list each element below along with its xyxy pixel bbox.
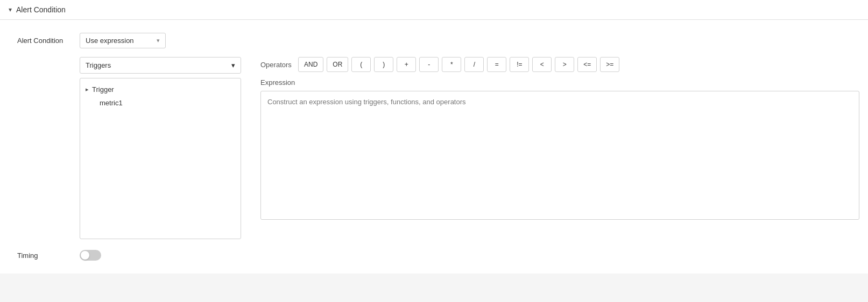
operators-row: Operators AND OR ( ) + - * / = != < > <=… <box>260 57 859 72</box>
op-gt-button[interactable]: > <box>555 57 574 72</box>
op-plus-button[interactable]: + <box>397 57 416 72</box>
section-header: ▾ Alert Condition <box>0 0 868 20</box>
toggle-knob <box>81 251 89 260</box>
expression-section: Expression <box>260 78 859 221</box>
op-gte-button[interactable]: >= <box>600 57 619 72</box>
left-panel: Triggers ▾ ▸ Trigger metric1 <box>80 57 252 239</box>
tree-root-label: Trigger <box>92 85 114 94</box>
triggers-dropdown-chevron-icon: ▾ <box>231 61 235 69</box>
op-close-paren-button[interactable]: ) <box>374 57 393 72</box>
timing-label: Timing <box>17 251 71 260</box>
op-open-paren-button[interactable]: ( <box>351 57 371 72</box>
triggers-dropdown-value: Triggers <box>86 61 111 69</box>
collapse-icon[interactable]: ▾ <box>9 6 12 13</box>
two-col-area: Triggers ▾ ▸ Trigger metric1 <box>0 57 868 239</box>
op-multiply-button[interactable]: * <box>442 57 461 72</box>
op-notequal-button[interactable]: != <box>510 57 529 72</box>
right-panel: Operators AND OR ( ) + - * / = != < > <=… <box>252 57 859 239</box>
timing-row: Timing <box>0 239 868 261</box>
tree-area: ▸ Trigger metric1 <box>80 78 241 239</box>
triggers-dropdown[interactable]: Triggers ▾ <box>80 57 241 74</box>
alert-condition-row: Alert Condition Use expression ▾ <box>0 33 868 57</box>
main-content: Alert Condition Use expression ▾ Trigger… <box>0 20 868 274</box>
section-title: Alert Condition <box>16 5 66 14</box>
op-and-button[interactable]: AND <box>298 57 323 72</box>
op-or-button[interactable]: OR <box>327 57 348 72</box>
op-equal-button[interactable]: = <box>487 57 506 72</box>
condition-dropdown[interactable]: Use expression ▾ <box>80 33 166 48</box>
alert-condition-label: Alert Condition <box>17 37 71 45</box>
tree-arrow-icon: ▸ <box>86 86 89 93</box>
timing-toggle[interactable] <box>80 250 101 261</box>
tree-child-item[interactable]: metric1 <box>80 96 241 110</box>
condition-dropdown-value: Use expression <box>86 37 134 45</box>
tree-child-label: metric1 <box>100 99 123 107</box>
op-divide-button[interactable]: / <box>464 57 484 72</box>
condition-dropdown-chevron-icon: ▾ <box>157 37 160 44</box>
tree-root-item[interactable]: ▸ Trigger <box>80 83 241 96</box>
op-lte-button[interactable]: <= <box>577 57 597 72</box>
op-lt-button[interactable]: < <box>532 57 552 72</box>
operators-label: Operators <box>260 61 293 69</box>
expression-textarea[interactable] <box>260 91 859 220</box>
page-wrapper: ▾ Alert Condition Alert Condition Use ex… <box>0 0 868 302</box>
expression-label: Expression <box>260 78 859 87</box>
op-minus-button[interactable]: - <box>419 57 439 72</box>
